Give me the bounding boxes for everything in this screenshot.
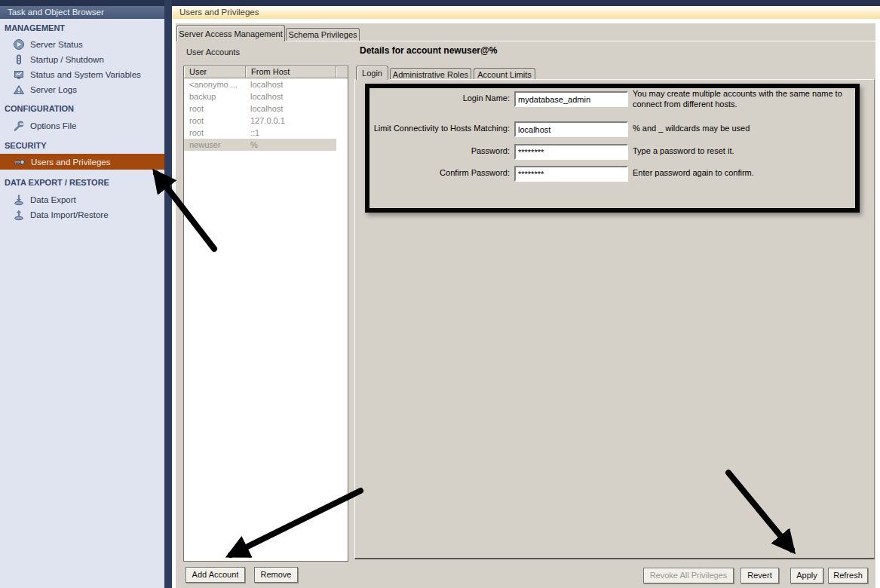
sidebar-item-label: Options File [30, 121, 76, 130]
apply-button[interactable]: Apply [790, 568, 823, 583]
password-input[interactable] [514, 144, 628, 160]
add-account-button[interactable]: Add Account [186, 567, 245, 583]
window-top-strip [0, 0, 880, 6]
password-label: Password: [363, 146, 510, 155]
startup-shutdown-icon [13, 54, 25, 66]
sidebar-item-data-export[interactable]: Data Export [0, 192, 164, 207]
tab-login[interactable]: Login [356, 66, 388, 80]
table-row[interactable]: <anonymo ... localhost [184, 78, 348, 90]
wrench-icon [13, 120, 25, 132]
table-row[interactable]: root localhost [184, 103, 348, 115]
table-row[interactable]: root 127.0.0.1 [184, 115, 348, 127]
column-header-from-host[interactable]: From Host [246, 66, 336, 78]
confirm-password-input[interactable] [514, 166, 628, 182]
table-row[interactable]: root ::1 [184, 127, 348, 139]
sidebar-item-label: Users and Privileges [31, 158, 110, 167]
sidebar-item-startup-shutdown[interactable]: Startup / Shutdown [0, 52, 164, 67]
password-hint: Type a password to reset it. [633, 146, 859, 157]
sidebar-item-data-import-restore[interactable]: Data Import/Restore [0, 207, 164, 222]
sidebar-item-users-and-privileges[interactable]: Users and Privileges [0, 154, 164, 170]
table-row-selected[interactable]: newuser % [184, 139, 348, 151]
user-accounts-list: User From Host <anonymo ... localhost ba… [183, 66, 348, 562]
server-status-icon [13, 38, 25, 51]
sidebar-item-label: Data Export [30, 195, 76, 204]
sidebar-item-status-system-variables[interactable]: Status and System Variables [0, 67, 164, 82]
sidebar-section-management: MANAGEMENT [5, 23, 163, 34]
tab-account-limits[interactable]: Account Limits [474, 68, 535, 80]
tab-administrative-roles[interactable]: Administrative Roles [390, 68, 471, 80]
sidebar-item-label: Startup / Shutdown [30, 55, 104, 64]
tab-schema-privileges[interactable]: Schema Privileges [286, 28, 360, 41]
column-header-spacer [336, 66, 348, 78]
status-system-variables-icon [13, 69, 25, 81]
sidebar-item-label: Server Logs [30, 85, 77, 94]
login-name-input[interactable] [514, 91, 628, 107]
limit-hosts-label: Limit Connectivity to Hosts Matching: [363, 124, 510, 133]
column-header-user[interactable]: User [184, 66, 246, 78]
details-heading: Details for account newuser@% [360, 45, 497, 56]
data-export-icon [13, 194, 25, 206]
sidebar-header: Task and Object Browser [0, 6, 164, 19]
sidebar-section-data-export-restore: DATA EXPORT / RESTORE [5, 178, 163, 188]
sidebar-item-server-logs[interactable]: Server Logs [0, 82, 164, 97]
data-import-icon [13, 209, 25, 221]
table-header: User From Host [184, 66, 348, 78]
confirm-password-hint: Enter password again to confirm. [633, 168, 859, 179]
revert-button[interactable]: Revert [740, 568, 779, 583]
remove-button[interactable]: Remove [254, 567, 298, 583]
sidebar-item-label: Server Status [30, 40, 83, 49]
sidebar-item-label: Data Import/Restore [30, 210, 109, 219]
sidebar-section-security: SECURITY [5, 141, 163, 152]
page-title-bar: Users and Privileges [172, 6, 880, 19]
key-icon [13, 156, 26, 168]
login-name-hint: You may create multiple accounts with th… [633, 89, 859, 109]
app-window: Task and Object Browser MANAGEMENT Serve… [0, 0, 880, 588]
sidebar-item-server-status[interactable]: Server Status [0, 37, 164, 52]
tab-server-access-management[interactable]: Server Access Management [176, 25, 285, 41]
limit-hosts-input[interactable] [514, 121, 628, 137]
sidebar-splitter[interactable] [164, 0, 172, 588]
table-row[interactable]: backup localhost [184, 90, 348, 103]
sidebar-item-label: Status and System Variables [30, 70, 141, 79]
revoke-all-privileges-button[interactable]: Revoke All Privileges [643, 568, 734, 583]
sidebar-section-configuration: CONFIGURATION [5, 104, 163, 115]
limit-hosts-hint: % and _ wildcards may be used [633, 124, 859, 134]
server-logs-icon [13, 84, 25, 96]
login-name-label: Login Name: [363, 93, 510, 103]
sidebar-item-options-file[interactable]: Options File [0, 118, 164, 133]
user-accounts-label: User Accounts [186, 47, 240, 57]
confirm-password-label: Confirm Password: [363, 168, 510, 177]
refresh-button[interactable]: Refresh [828, 568, 868, 583]
